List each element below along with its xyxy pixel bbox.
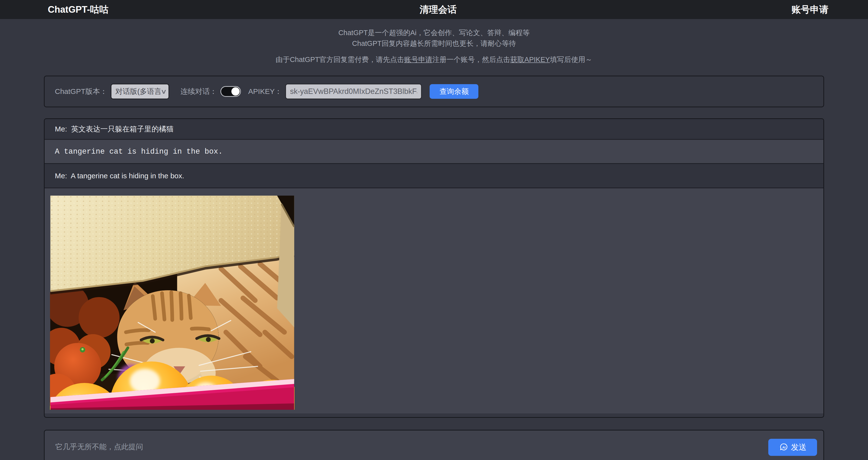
notice-prefix: 由于ChatGPT官方回复需付费，请先点击 (276, 56, 404, 63)
check-balance-button[interactable]: 查询余额 (430, 84, 478, 99)
clear-session-button[interactable]: 清理会话 (420, 3, 457, 16)
version-select-value: 对话版(多语言 (115, 87, 160, 97)
get-apikey-link[interactable]: 获取APIKEY (510, 56, 550, 63)
notice-middle: 注册一个账号，然后点击 (433, 56, 510, 63)
intro-section: ChatGPT是一个超强的Ai，它会创作、写论文、答辩、编程等 ChatGPT回… (0, 19, 868, 65)
intro-notice: 由于ChatGPT官方回复需付费，请先点击账号申请注册一个账号，然后点击获取AP… (0, 54, 868, 65)
send-button-label: 发送 (791, 442, 807, 453)
user-message: Me: 英文表达一只躲在箱子里的橘猫 (44, 119, 824, 140)
svg-text:AI: AI (782, 446, 785, 449)
version-label: ChatGPT版本： (55, 87, 107, 97)
assistant-image-message (44, 188, 824, 413)
toggle-knob (231, 87, 240, 96)
continuous-chat-label: 连续对话： (180, 87, 217, 97)
app-title: ChatGPT-咕咕 (48, 3, 108, 16)
continuous-chat-toggle[interactable] (220, 86, 241, 97)
user-message: Me: A tangerine cat is hiding in the box… (44, 164, 824, 188)
send-button[interactable]: AI 发送 (768, 439, 817, 456)
assistant-message: A tangerine cat is hiding in the box. (44, 140, 824, 164)
chevron-down-icon: ∨ (160, 88, 167, 95)
question-input[interactable] (55, 443, 738, 451)
intro-line-1: ChatGPT是一个超强的Ai，它会创作、写论文、答辩、编程等 (0, 27, 868, 38)
chat-log: Me: 英文表达一只躲在箱子里的橘猫 A tangerine cat is hi… (44, 118, 824, 418)
cat-in-box-photo[interactable] (50, 195, 294, 410)
account-apply-link[interactable]: 账号申请 (404, 56, 433, 63)
apikey-label: APIKEY： (248, 87, 282, 97)
account-apply-button[interactable]: 账号申请 (792, 3, 829, 16)
intro-line-2: ChatGPT回复内容越长所需时间也更长，请耐心等待 (0, 38, 868, 49)
settings-bar: ChatGPT版本： 对话版(多语言 ∨ 连续对话： APIKEY： 查询余额 (44, 75, 824, 107)
header-bar: ChatGPT-咕咕 清理会话 账号申请 (0, 0, 868, 19)
ai-head-icon: AI (779, 442, 788, 452)
composer-bar: AI 发送 (44, 430, 824, 460)
notice-suffix: 填写后使用～ (550, 56, 592, 63)
version-select[interactable]: 对话版(多语言 ∨ (111, 84, 169, 99)
apikey-input[interactable] (285, 84, 422, 99)
